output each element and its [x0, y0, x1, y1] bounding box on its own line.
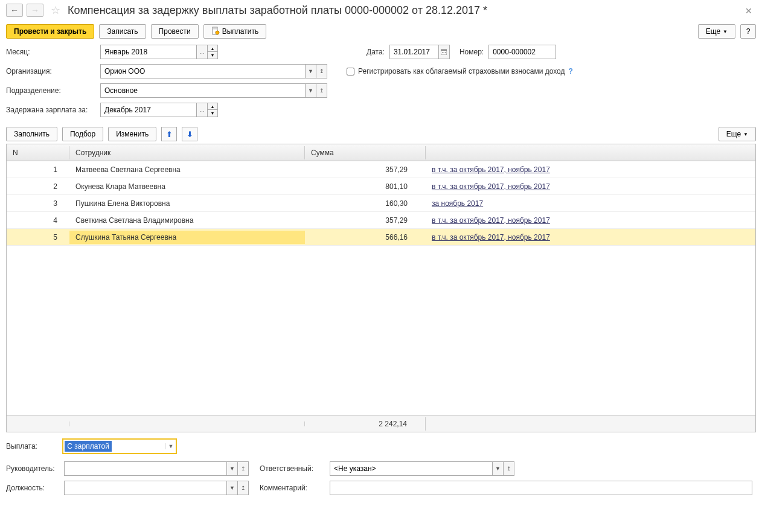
- total-sum: 2 242,14: [305, 417, 426, 431]
- cell-sum: 160,30: [305, 197, 426, 210]
- cell-detail: в т.ч. за октябрь 2017, ноябрь 2017: [426, 231, 755, 244]
- svg-rect-2: [213, 30, 217, 30]
- column-employee[interactable]: Сотрудник: [69, 146, 305, 159]
- cell-n: 3: [7, 197, 69, 210]
- favorite-star-icon[interactable]: ☆: [51, 4, 60, 17]
- detail-link[interactable]: в т.ч. за октябрь 2017, ноябрь 2017: [432, 216, 550, 225]
- table-header: N Сотрудник Сумма: [7, 144, 755, 161]
- cell-detail: в т.ч. за октябрь 2017, ноябрь 2017: [426, 180, 755, 193]
- payout-label: Выплата:: [6, 442, 60, 450]
- column-n[interactable]: N: [7, 146, 69, 159]
- dept-open-button[interactable]: ↥: [316, 83, 327, 98]
- org-dropdown-button[interactable]: ▼: [306, 64, 316, 79]
- detail-link[interactable]: в т.ч. за октябрь 2017, ноябрь 2017: [432, 233, 550, 242]
- month-spin-up[interactable]: ▲: [207, 45, 218, 52]
- delayed-input[interactable]: [100, 103, 197, 117]
- date-input[interactable]: [389, 45, 439, 59]
- detail-link[interactable]: в т.ч. за октябрь 2017, ноябрь 2017: [432, 182, 550, 191]
- move-down-button[interactable]: ⬇: [182, 127, 197, 141]
- cell-n: 5: [7, 231, 69, 244]
- write-button[interactable]: Записать: [99, 24, 146, 39]
- number-input[interactable]: [488, 45, 556, 59]
- fill-button[interactable]: Заполнить: [6, 127, 57, 141]
- svg-rect-8: [445, 52, 446, 53]
- month-label: Месяц:: [6, 48, 95, 56]
- responsible-open-button[interactable]: ↥: [504, 461, 514, 476]
- month-input[interactable]: [100, 45, 197, 59]
- dept-input[interactable]: [100, 83, 306, 98]
- delayed-ellipsis-button[interactable]: ...: [197, 103, 208, 117]
- manager-open-button[interactable]: ↥: [238, 461, 249, 476]
- svg-rect-1: [213, 28, 217, 29]
- svg-rect-6: [442, 52, 443, 53]
- month-ellipsis-button[interactable]: ...: [197, 45, 208, 59]
- responsible-label: Ответственный:: [260, 464, 326, 473]
- table-row[interactable]: 3Пушкина Елена Викторовна160,30за ноябрь…: [7, 195, 755, 212]
- responsible-input[interactable]: [330, 461, 493, 476]
- cell-employee: Пушкина Елена Викторовна: [69, 197, 305, 210]
- column-sum[interactable]: Сумма: [305, 146, 426, 159]
- month-spin-down[interactable]: ▼: [207, 52, 218, 59]
- table-row[interactable]: 1Матвеева Светлана Сергеевна357,29в т.ч.…: [7, 161, 755, 178]
- cell-n: 2: [7, 180, 69, 193]
- cell-n: 4: [7, 214, 69, 227]
- responsible-dropdown-button[interactable]: ▼: [493, 461, 504, 476]
- more-button[interactable]: Еще ▼: [698, 24, 735, 39]
- help-icon[interactable]: ?: [569, 67, 573, 75]
- svg-point-3: [216, 31, 219, 34]
- pay-button[interactable]: Выплатить: [203, 24, 267, 39]
- calendar-icon[interactable]: [439, 45, 450, 59]
- payout-value: С зарплатой: [65, 441, 112, 452]
- cell-employee: Матвеева Светлана Сергеевна: [69, 163, 305, 176]
- cell-detail: за ноябрь 2017: [426, 197, 755, 210]
- org-input[interactable]: [100, 64, 306, 79]
- column-detail: [426, 150, 755, 155]
- nav-back-button[interactable]: ←: [6, 4, 23, 17]
- register-checkbox[interactable]: [347, 68, 354, 75]
- cell-sum: 566,16: [305, 231, 426, 244]
- number-label: Номер:: [459, 48, 484, 56]
- table-row[interactable]: 4Светкина Светлана Владимировна357,29в т…: [7, 212, 755, 229]
- delayed-spin-up[interactable]: ▲: [207, 103, 218, 110]
- org-label: Организация:: [6, 67, 95, 75]
- move-up-button[interactable]: ⬆: [161, 127, 177, 141]
- dept-label: Подразделение:: [6, 86, 95, 95]
- position-open-button[interactable]: ↥: [238, 481, 249, 495]
- svg-rect-7: [444, 52, 445, 53]
- post-button[interactable]: Провести: [151, 24, 199, 39]
- cell-sum: 357,29: [305, 163, 426, 176]
- cell-detail: в т.ч. за октябрь 2017, ноябрь 2017: [426, 163, 755, 176]
- cell-sum: 801,10: [305, 180, 426, 193]
- nav-forward-button[interactable]: →: [27, 4, 43, 17]
- delayed-spin-down[interactable]: ▼: [207, 110, 218, 117]
- org-open-button[interactable]: ↥: [316, 64, 327, 79]
- help-button[interactable]: ?: [740, 24, 756, 39]
- position-label: Должность:: [6, 484, 60, 492]
- chevron-down-icon[interactable]: ▼: [165, 443, 176, 449]
- close-icon[interactable]: ✕: [745, 6, 752, 16]
- table-row[interactable]: 2Окунева Клара Матвеевна801,10в т.ч. за …: [7, 178, 755, 195]
- dept-dropdown-button[interactable]: ▼: [306, 83, 316, 98]
- chevron-down-icon: ▼: [723, 29, 728, 34]
- position-dropdown-button[interactable]: ▼: [227, 481, 238, 495]
- table-body[interactable]: 1Матвеева Светлана Сергеевна357,29в т.ч.…: [7, 161, 755, 415]
- chevron-down-icon: ▼: [743, 132, 748, 137]
- manager-input[interactable]: [64, 461, 227, 476]
- post-and-close-button[interactable]: Провести и закрыть: [6, 24, 94, 39]
- edit-button[interactable]: Изменить: [108, 127, 156, 141]
- cell-employee: Окунева Клара Матвеевна: [69, 180, 305, 193]
- table-more-button[interactable]: Еще ▼: [719, 127, 756, 141]
- comment-label: Комментарий:: [260, 484, 326, 492]
- cell-detail: в т.ч. за октябрь 2017, ноябрь 2017: [426, 214, 755, 227]
- comment-input[interactable]: [330, 481, 752, 495]
- delayed-label: Задержана зарплата за:: [6, 106, 95, 114]
- table-row[interactable]: 5Слушкина Татьяна Сергеевна566,16в т.ч. …: [7, 229, 755, 246]
- position-input[interactable]: [64, 481, 227, 495]
- page-title: Компенсация за задержку выплаты заработн…: [68, 4, 756, 17]
- pick-button[interactable]: Подбор: [62, 127, 103, 141]
- payout-select[interactable]: С зарплатой ▼: [62, 438, 177, 454]
- cell-sum: 357,29: [305, 214, 426, 227]
- detail-link[interactable]: за ноябрь 2017: [432, 199, 483, 208]
- manager-dropdown-button[interactable]: ▼: [227, 461, 238, 476]
- detail-link[interactable]: в т.ч. за октябрь 2017, ноябрь 2017: [432, 165, 550, 174]
